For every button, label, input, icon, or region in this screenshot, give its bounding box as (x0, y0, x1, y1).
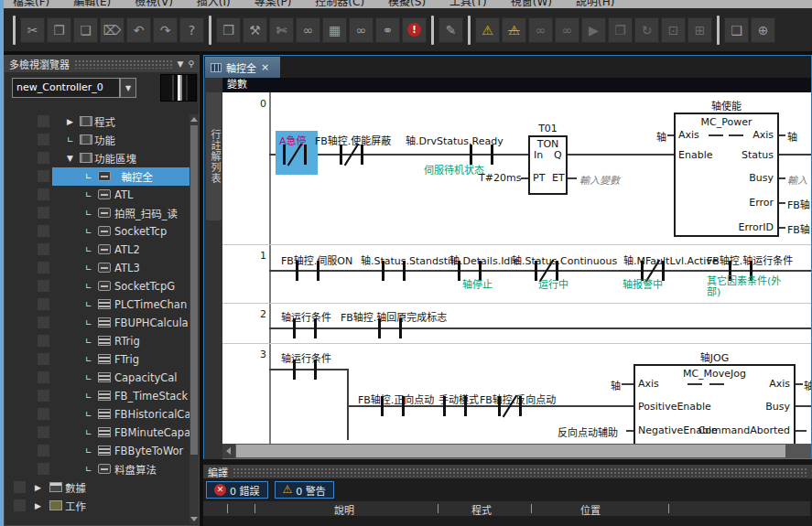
collapse-icon[interactable]: ▼ (177, 59, 183, 69)
scrollbar-thumb[interactable] (236, 445, 785, 457)
tree-item-atl3[interactable]: ∟ATL3 (5, 259, 199, 277)
tree-item-fbhistoricalca[interactable]: ∟FBHistoricalCa (5, 405, 199, 424)
rebuild-icon[interactable]: ✄ (269, 17, 294, 43)
no-contact-servo-on[interactable] (296, 261, 319, 281)
tree-item-photo-scan[interactable]: ∟拍照_扫码_读 (5, 204, 199, 222)
scroll-down-icon[interactable] (190, 517, 198, 521)
controller1-icon[interactable]: ⊡ (661, 17, 686, 43)
go-online-icon[interactable]: ⚠ (475, 17, 500, 43)
rung-number[interactable]: 3 (246, 349, 266, 360)
tree-item-function-blocks[interactable]: ▼功能區塊 (5, 149, 199, 167)
et-output-var[interactable]: 輸入變數 (579, 172, 620, 187)
line-comment-list-tab[interactable]: 行註解列表 (206, 92, 222, 220)
delete-icon[interactable]: ⌦ (100, 17, 125, 43)
scroll-left-icon[interactable] (222, 444, 235, 458)
program-mode-icon[interactable]: ❐ (608, 17, 633, 43)
tree-item-axis-control[interactable]: ∟軸控全 (5, 167, 199, 186)
tree-scrollbar[interactable] (189, 114, 199, 524)
tree-item-rtrig[interactable]: ∟RTrig (5, 332, 199, 350)
nc-contact-enable-mask[interactable] (340, 145, 363, 165)
tree-item-plctimechange[interactable]: ∟PLCTimeChan (5, 295, 199, 314)
column-description[interactable]: 說明 (334, 502, 354, 517)
menu-insert[interactable]: 插入(I) (197, 0, 231, 8)
tree-item-data[interactable]: ▶數據 (5, 478, 199, 497)
menu-controller[interactable]: 控制器(C) (315, 0, 364, 8)
errorid-output-var[interactable]: FB轴 (787, 221, 810, 236)
stop-monitor-icon[interactable]: ∞ (555, 17, 579, 43)
contact-label[interactable]: 轴.MFaultLvl.Active (623, 252, 719, 267)
pin-icon[interactable]: ⚲ (188, 59, 194, 69)
tree-item-ftrig[interactable]: ∟FTrig (5, 350, 199, 369)
nc-contact-a-emergency[interactable] (283, 145, 307, 165)
menu-view[interactable]: 檢視(V) (135, 0, 173, 8)
zoom-icon[interactable]: ⊕ (751, 17, 775, 43)
controller2-icon[interactable]: ⊞ (687, 17, 712, 43)
window-layout-icon[interactable]: ❒ (216, 17, 241, 43)
variable-check-icon[interactable]: ▦ (322, 17, 347, 43)
power-block-title[interactable]: 轴使能 (674, 98, 779, 113)
column-program[interactable]: 程式 (471, 502, 492, 517)
menu-edit[interactable]: 編輯(E) (73, 0, 111, 8)
warnings-filter-button[interactable]: ⚠ 0 警告 (275, 481, 334, 499)
menu-simulation[interactable]: 模擬(S) (388, 0, 426, 8)
timer-instance[interactable]: T01 (528, 123, 568, 134)
expand-arrow-icon[interactable]: ▼ (67, 154, 73, 163)
jog-block-title[interactable]: 轴JOG (633, 349, 796, 364)
scrollbar-thumb[interactable] (190, 125, 198, 455)
errors-filter-button[interactable]: ✕ 0 錯誤 (206, 481, 268, 499)
variables-bar[interactable]: 變數 (222, 78, 811, 92)
pt-input-value[interactable]: T#20ms (479, 172, 521, 184)
tab-axis-control[interactable]: 軸控全 × (205, 57, 280, 78)
go-offline-icon[interactable]: ⚠ (502, 17, 526, 43)
negative-enable-var[interactable]: 反向点动辅助 (558, 424, 618, 439)
axis-out-var[interactable]: 轴 (787, 129, 797, 144)
busy-output-var[interactable]: 輸入 (787, 172, 807, 187)
tree-item-fbbytetoword[interactable]: ∟FBByteToWor (5, 442, 199, 460)
paste-icon[interactable]: ❏ (73, 17, 98, 43)
rung-number[interactable]: 2 (246, 308, 266, 320)
no-contact-home-done[interactable] (378, 318, 402, 338)
axis-in-var[interactable]: 轴 (656, 129, 666, 144)
no-contact-run-condition2[interactable] (293, 318, 317, 338)
controller-select-arrow-icon[interactable]: ▼ (120, 78, 136, 98)
fit-view-icon[interactable]: ❑ (724, 17, 749, 43)
menu-project[interactable]: 專案(P) (254, 0, 292, 8)
tree-item-programs[interactable]: ▶程式 (5, 113, 199, 131)
build-icon[interactable]: ⚒ (243, 17, 267, 43)
axis-out-var[interactable]: 轴 (804, 378, 811, 392)
tab-close-icon[interactable]: × (261, 61, 269, 73)
no-contact-jog-forward[interactable] (381, 396, 405, 416)
edit-mode-icon[interactable]: ✎ (438, 17, 463, 43)
tree-item-sockettcpg[interactable]: ∟SocketTcpG (5, 277, 199, 295)
help-icon[interactable]: ? (179, 17, 204, 43)
menu-file[interactable]: 檔案(F) (13, 0, 49, 8)
nc-contact-jog-reverse[interactable] (498, 396, 522, 416)
tree-item-tasks[interactable]: ▶工作 (5, 497, 199, 515)
no-contact-run-condition3[interactable] (293, 360, 317, 380)
redo-icon[interactable]: ↷ (153, 17, 178, 43)
no-contact-drv-ready[interactable] (470, 145, 493, 165)
monitor-icon[interactable]: ∞ (528, 17, 553, 43)
tree-item-fb-timestack[interactable]: ∟FB_TimeStack (5, 387, 199, 405)
tree-item-atl2[interactable]: ∟ATL2 (5, 241, 199, 259)
contact-label[interactable]: 轴.Status.Standstill (361, 252, 456, 267)
program-check-icon[interactable]: ∞ (296, 17, 320, 43)
controller-select[interactable]: new_Controller_0 (12, 78, 120, 98)
menu-window[interactable]: 視窗(W) (511, 0, 552, 8)
tree-item-atl[interactable]: ∟ATL (5, 186, 199, 204)
no-contact-standstill[interactable] (382, 261, 406, 281)
tree-item-capacitycal[interactable]: ∟CapacityCal (5, 369, 199, 387)
tree-item-tray-algorithm[interactable]: ∟料盘算法 (5, 460, 199, 478)
cut-icon[interactable]: ✂ (20, 17, 45, 43)
rung-number[interactable]: 1 (246, 250, 266, 262)
expand-arrow-icon[interactable]: ▶ (35, 501, 41, 510)
tree-item-sockettcp[interactable]: ∟SocketTcp (5, 222, 199, 241)
menu-tools[interactable]: 工具(T) (449, 0, 487, 8)
rung-number[interactable]: 0 (246, 98, 266, 110)
axis-in-var[interactable]: 轴 (611, 378, 621, 392)
menu-help[interactable]: 說明(H) (576, 0, 614, 8)
contact-label[interactable]: 轴.Status.Continuous (512, 252, 617, 267)
copy-icon[interactable]: ❐ (47, 17, 71, 43)
search-icon[interactable]: ⚭ (375, 17, 400, 43)
run-mode-icon[interactable]: ▶ (581, 17, 606, 43)
